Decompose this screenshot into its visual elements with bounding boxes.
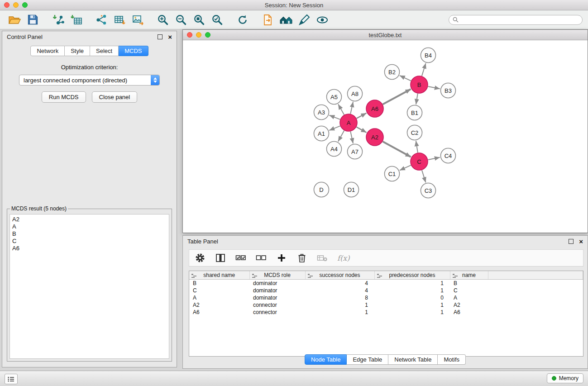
minimize-window-button[interactable] (13, 2, 19, 8)
table-row[interactable]: Cdominator41C (189, 287, 583, 294)
show-columns-button[interactable] (215, 253, 226, 263)
memory-button[interactable]: Memory (547, 373, 583, 383)
edge-A-A8[interactable] (350, 102, 353, 114)
tab-select[interactable]: Select (90, 46, 119, 56)
zoom-in-button[interactable] (154, 12, 172, 28)
zoom-out-button[interactable] (172, 12, 190, 28)
node-A3[interactable]: A3 (314, 105, 329, 120)
node-B1[interactable]: B1 (407, 105, 422, 120)
tab-edge-table[interactable]: Edge Table (347, 354, 388, 365)
style-brush-button[interactable] (295, 12, 313, 28)
table-row[interactable]: A2connector11A2 (189, 301, 583, 309)
export-image-button[interactable] (129, 12, 147, 28)
node-A7[interactable]: A7 (348, 144, 363, 159)
node-B2[interactable]: B2 (385, 65, 400, 80)
network-zoom-button[interactable] (205, 32, 210, 38)
result-item[interactable]: A6 (12, 245, 167, 252)
result-item[interactable]: A2 (12, 216, 167, 223)
import-table-from-file-button[interactable] (67, 12, 85, 28)
table-row[interactable]: Adominator80A (189, 294, 583, 301)
optimization-criterion-dropdown[interactable]: largest connected component (directed) (19, 75, 160, 86)
create-column-button[interactable] (276, 253, 287, 263)
table-row[interactable]: A6connector11A6 (189, 309, 583, 316)
node-B3[interactable]: B3 (441, 83, 456, 98)
show-hide-button[interactable] (313, 12, 331, 28)
new-table-button[interactable] (110, 12, 129, 28)
open-session-button[interactable] (5, 12, 24, 28)
edge-B-B1[interactable] (416, 94, 418, 105)
node-B[interactable]: B (411, 76, 428, 93)
node-A5[interactable]: A5 (327, 90, 342, 105)
search-field[interactable] (449, 15, 583, 25)
task-history-button[interactable] (5, 374, 18, 384)
column-header[interactable]: successor nodes (305, 271, 374, 280)
node-D[interactable]: D (314, 182, 329, 197)
float-panel-icon[interactable] (158, 34, 163, 39)
node-A6[interactable]: A6 (366, 100, 383, 117)
close-panel-icon[interactable]: × (168, 33, 172, 40)
column-header[interactable]: MCDS role (249, 271, 305, 280)
tab-network-table[interactable]: Network Table (388, 354, 438, 365)
result-item[interactable]: B (12, 230, 167, 238)
edge-B-B4[interactable] (422, 63, 426, 76)
column-header[interactable]: name (450, 271, 488, 280)
edge-C-C1[interactable] (400, 165, 411, 170)
network-minimize-button[interactable] (196, 32, 201, 38)
tab-node-table[interactable]: Node Table (305, 354, 347, 365)
node-A8[interactable]: A8 (348, 86, 363, 101)
tab-style[interactable]: Style (65, 46, 90, 56)
tab-motifs[interactable]: Motifs (438, 354, 466, 365)
network-overview-button[interactable] (277, 12, 295, 28)
result-item[interactable]: C (12, 238, 167, 245)
zoom-window-button[interactable] (22, 2, 28, 8)
node-B4[interactable]: B4 (421, 48, 436, 63)
node-C2[interactable]: C2 (407, 125, 422, 140)
edge-C-C2[interactable] (416, 141, 418, 152)
node-C[interactable]: C (411, 153, 428, 170)
refresh-view-button[interactable] (234, 12, 252, 28)
run-mcds-button[interactable]: Run MCDS (42, 91, 86, 103)
node-A[interactable]: A (340, 114, 357, 131)
edge-A-A6[interactable] (357, 113, 367, 119)
result-item[interactable]: A (12, 223, 167, 230)
edge-A-A2[interactable] (357, 127, 367, 133)
delete-column-button[interactable] (296, 253, 307, 263)
export-document-button[interactable] (259, 12, 277, 28)
close-panel-button[interactable]: Close panel (92, 91, 138, 103)
edge-A-A5[interactable] (338, 104, 344, 114)
node-D1[interactable]: D1 (344, 182, 359, 197)
zoom-fit-button[interactable] (190, 12, 208, 28)
zoom-selected-button[interactable] (208, 12, 226, 28)
function-builder-button[interactable]: f(x) (337, 254, 349, 262)
edge-C-C3[interactable] (422, 170, 426, 182)
edge-A2-C[interactable] (383, 142, 411, 157)
tab-mcds[interactable]: MCDS (119, 46, 148, 56)
edge-A-A7[interactable] (350, 132, 353, 143)
edge-A-A1[interactable] (329, 126, 340, 130)
network-window-titlebar[interactable]: testGlobe.txt (183, 30, 588, 40)
edge-B-B2[interactable] (400, 76, 411, 81)
save-session-button[interactable] (24, 12, 42, 28)
edge-B-B3[interactable] (428, 86, 440, 89)
column-header[interactable]: shared name (189, 271, 249, 280)
table-close-panel-icon[interactable]: × (579, 238, 583, 245)
node-A2[interactable]: A2 (366, 129, 383, 146)
mcds-result-list[interactable]: A2ABCA6 (10, 214, 169, 359)
node-table-container[interactable]: shared nameMCDS rolesuccessor nodesprede… (189, 271, 583, 357)
network-graph[interactable]: B4B2BB3A5A8A6B1A3AC2A1A2A4A7C4CC1C3DD1 (183, 40, 588, 233)
table-settings-button[interactable] (195, 253, 206, 263)
edge-C-C4[interactable] (428, 157, 440, 160)
import-network-from-file-button[interactable] (49, 12, 67, 28)
column-header[interactable]: predecessor nodes (374, 271, 450, 280)
edge-A-A3[interactable] (329, 115, 340, 119)
select-all-rows-button[interactable] (235, 253, 246, 263)
node-A4[interactable]: A4 (327, 142, 342, 157)
deselect-all-rows-button[interactable] (256, 253, 267, 263)
node-C4[interactable]: C4 (441, 148, 456, 163)
edge-A6-B[interactable] (383, 89, 411, 104)
node-C3[interactable]: C3 (421, 183, 436, 198)
edge-A-A4[interactable] (338, 131, 344, 142)
network-close-button[interactable] (187, 32, 192, 38)
table-float-panel-icon[interactable] (569, 239, 574, 244)
node-C1[interactable]: C1 (385, 167, 400, 181)
